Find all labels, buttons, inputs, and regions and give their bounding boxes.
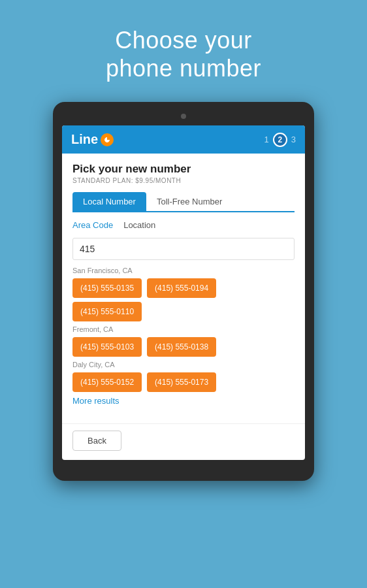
tab-bar: Local Number Toll-Free Number — [72, 192, 295, 212]
tab-local-number[interactable]: Local Number — [72, 192, 146, 211]
location-dalycity: Daly City, CA — [72, 361, 295, 368]
number-btn-sf-1[interactable]: (415) 555-0135 — [72, 278, 142, 298]
number-btn-dc-2[interactable]: (415) 555-0173 — [147, 372, 216, 392]
tablet-device: Line 1 2 3 Pick your new number STANDARD… — [53, 102, 314, 481]
step-3: 3 — [291, 135, 296, 144]
sf-numbers-row1: (415) 555-0135 (415) 555-0194 — [72, 278, 295, 298]
more-results-link[interactable]: More results — [72, 396, 295, 406]
back-button[interactable]: Back — [72, 431, 121, 451]
location-sf: San Francisco, CA — [72, 267, 295, 274]
subtab-area-code[interactable]: Area Code — [72, 220, 113, 231]
number-btn-sf-3[interactable]: (415) 555-0110 — [72, 302, 142, 321]
location-fremont: Fremont, CA — [72, 325, 295, 333]
app-header: Line 1 2 3 — [62, 125, 305, 154]
app-content: Pick your new number STANDARD PLAN: $9.9… — [62, 154, 305, 423]
pick-title: Pick your new number — [72, 163, 295, 176]
number-btn-fr-2[interactable]: (415) 555-0138 — [147, 337, 216, 357]
plan-label: STANDARD PLAN: $9.95/MONTH — [72, 177, 295, 184]
headline-line1: Choose your — [115, 27, 252, 54]
tablet-camera — [181, 114, 186, 119]
sf-numbers-row2: (415) 555-0110 — [72, 302, 295, 321]
logo-icon — [101, 133, 114, 146]
step-2-active: 2 — [273, 133, 287, 147]
tablet-screen: Line 1 2 3 Pick your new number STANDARD… — [62, 125, 305, 460]
step-1: 1 — [264, 135, 269, 144]
tablet-body: Line 1 2 3 Pick your new number STANDARD… — [53, 102, 314, 481]
app-logo: Line — [71, 132, 114, 147]
logo-text: Line — [71, 132, 98, 147]
number-btn-fr-1[interactable]: (415) 555-0103 — [72, 337, 142, 357]
page-headline: Choose your phone number — [106, 26, 261, 82]
tab-tollfree-number[interactable]: Toll-Free Number — [146, 192, 232, 211]
number-btn-sf-2[interactable]: (415) 555-0194 — [147, 278, 216, 298]
number-btn-dc-1[interactable]: (415) 555-0152 — [72, 372, 142, 392]
headline-line2: phone number — [106, 55, 261, 82]
bottom-bar: Back — [62, 423, 305, 460]
subtab-bar: Area Code Location — [72, 220, 295, 231]
dalycity-numbers-row: (415) 555-0152 (415) 555-0173 — [72, 372, 295, 392]
step-indicators: 1 2 3 — [264, 133, 296, 147]
subtab-location[interactable]: Location — [123, 220, 155, 231]
fremont-numbers-row: (415) 555-0103 (415) 555-0138 — [72, 337, 295, 357]
area-code-input[interactable] — [72, 238, 295, 260]
